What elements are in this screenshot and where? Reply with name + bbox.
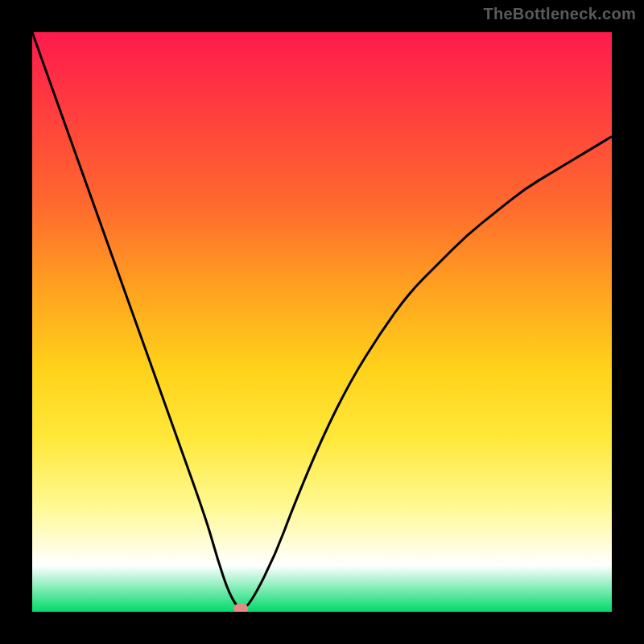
chart-frame: TheBottleneck.com <box>0 0 644 644</box>
watermark-text: TheBottleneck.com <box>483 5 636 23</box>
plot-area <box>32 32 612 612</box>
